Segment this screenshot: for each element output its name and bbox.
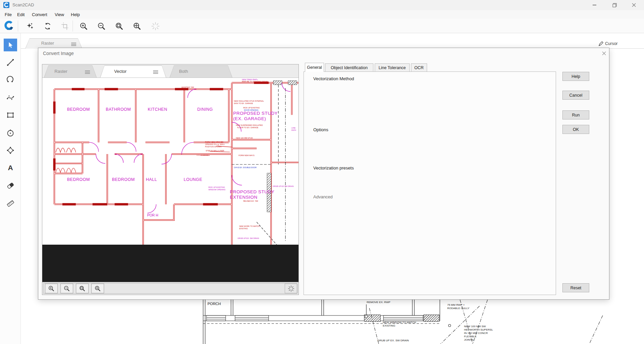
preview-tab-raster[interactable]: Raster [44, 65, 97, 78]
eraser-icon [6, 182, 14, 190]
tab-ocr[interactable]: OCR [411, 63, 427, 72]
bg-text: REMOVE EX. RWP [367, 301, 390, 304]
plan-annotation: RICK UP EXISTING [209, 186, 225, 188]
line-tool[interactable] [4, 56, 17, 69]
room-label: KITCHEN [148, 107, 167, 112]
run-button[interactable]: Run [562, 110, 589, 119]
measure-tool[interactable] [4, 197, 17, 210]
tab-menu-icon[interactable] [153, 70, 158, 75]
preview-tab-vector[interactable]: Vector [100, 65, 166, 78]
convert-image-dialog: Convert Image Raster Vector Both [38, 48, 609, 300]
plan-annotation: EXISTING 'NM [182, 86, 194, 88]
bg-text: EXISTING [383, 324, 395, 327]
cursor-status: Cursor [599, 41, 618, 47]
preview-zoom-window-button[interactable] [76, 284, 89, 293]
bg-text: RODABLE GULLY [447, 307, 470, 310]
menu-view[interactable]: View [53, 11, 65, 18]
plan-annotation: RICK UP EXISTING [243, 107, 260, 109]
zoom-in-icon[interactable] [79, 22, 88, 31]
preview-tab-both[interactable]: Both [170, 65, 232, 78]
room-label: BEDROOM [112, 177, 135, 182]
bezier-icon [6, 94, 14, 102]
options-label: Options [312, 127, 330, 132]
tab-menu-icon[interactable] [85, 70, 90, 75]
cursor-icon [7, 41, 14, 49]
bezier-tool[interactable] [4, 91, 17, 104]
busy-spinner-icon [287, 285, 295, 292]
plan-annotation: FORM NEW WAYS [238, 154, 255, 156]
tab-line-tolerance[interactable]: Line Tolerance [375, 63, 410, 72]
general-tab-page [304, 71, 556, 295]
plan-annotation: NEW SUSPENDED INSULATED [236, 124, 263, 126]
tab-general[interactable]: General [305, 63, 324, 72]
plan-annotation: POSITION SHOWN [205, 146, 222, 148]
preview-zoom-in-button[interactable] [45, 284, 58, 293]
minimize-button[interactable] [587, 0, 602, 10]
eraser-tool[interactable] [4, 179, 17, 192]
menu-edit[interactable]: Edit [16, 11, 26, 18]
restore-button[interactable] [607, 0, 622, 10]
preview-letterbox [42, 245, 298, 282]
cancel-button[interactable]: Cancel [562, 91, 589, 100]
bg-text: IN 150 MM CONCR [464, 332, 488, 335]
preview-tab-label: Vector [87, 69, 153, 74]
arc-tool[interactable] [4, 73, 17, 86]
zoom-window-icon[interactable] [115, 22, 124, 31]
circle-tool[interactable] [4, 127, 17, 139]
preview-zoom-extents-button[interactable] [91, 284, 104, 293]
ruler-icon [6, 199, 14, 207]
close-button[interactable] [626, 0, 642, 10]
menu-help[interactable]: Help [70, 11, 81, 18]
raster-tab-label: Raster [19, 41, 76, 46]
cursor-status-label: Cursor [605, 41, 618, 46]
menu-convert[interactable]: Convert [31, 11, 49, 18]
tab-menu-icon[interactable] [71, 43, 76, 47]
line-icon [6, 58, 14, 66]
tab-object-identification[interactable]: Object Identification [325, 63, 373, 72]
plan-annotation: O/H-E EX. DOUBLE DOOR [234, 166, 257, 168]
crop-icon[interactable] [61, 22, 70, 31]
plan-annotation: STEP IN WALL/LINER [206, 150, 224, 152]
polygon-tool[interactable] [4, 144, 17, 157]
room-label: EXTENSION [230, 195, 258, 200]
background-raster-drawing: PORCH REMOVE EX. RWP 75 MM RWP + RODABLE… [0, 300, 644, 344]
plan-annotation: OPENING IN e.g. WALL [205, 143, 225, 145]
plan-annotation: NEW WORK TO MATCH [239, 225, 260, 227]
floorplan-drawing: BEDROOM BATHROOM KITCHEN DINING BEDROOM … [42, 78, 298, 245]
room-label: PROPOSED STUDY [230, 189, 275, 194]
bg-text: FLEXIBLE [464, 335, 476, 338]
bg-text: PORCH [208, 302, 221, 306]
pencil-icon [599, 41, 603, 46]
room-label: BATHROOM [106, 107, 131, 112]
preview-tab-label: Raster [35, 69, 87, 74]
ok-button[interactable]: OK [562, 125, 589, 134]
bg-text: NEW WINDOW TO MATCH [383, 321, 416, 324]
rectangle-tool[interactable] [4, 109, 17, 121]
preview-refresh-button[interactable] [285, 284, 297, 293]
zoom-extents-icon[interactable] [133, 22, 141, 31]
toolbar-separator [73, 20, 73, 32]
title-bar: Scan2CAD [0, 0, 644, 10]
restore-icon [612, 3, 617, 7]
close-icon [632, 3, 636, 7]
circle-icon [6, 129, 14, 137]
preview-zoom-out-button[interactable] [60, 284, 73, 293]
zoom-out-icon[interactable] [97, 22, 106, 31]
menu-file[interactable]: File [3, 11, 13, 18]
dialog-close-button[interactable] [600, 49, 608, 57]
dialog-title: Convert Image [43, 51, 74, 56]
vector-preview-canvas[interactable]: BEDROOM BATHROOM KITCHEN DINING BEDROOM … [42, 78, 298, 245]
reset-button[interactable]: Reset [562, 283, 589, 292]
bg-text: HEPWORTH SUPERSL [464, 328, 493, 331]
toolbar: 2CAD [0, 19, 644, 33]
rotate-icon[interactable] [43, 22, 52, 31]
plan-annotation: GRUB UP EX. SW DRAIN [237, 237, 259, 239]
text-tool[interactable]: A [4, 161, 17, 174]
help-button[interactable]: Help [562, 72, 589, 81]
plan-annotation: WINDOW OPENING [209, 189, 226, 191]
raster-document-tab[interactable]: Raster [25, 38, 82, 49]
select-tool[interactable] [4, 39, 17, 51]
rectangle-icon [6, 111, 14, 119]
zoom-in-icon [48, 285, 55, 292]
cleanup-sparkle-icon[interactable] [26, 22, 35, 31]
